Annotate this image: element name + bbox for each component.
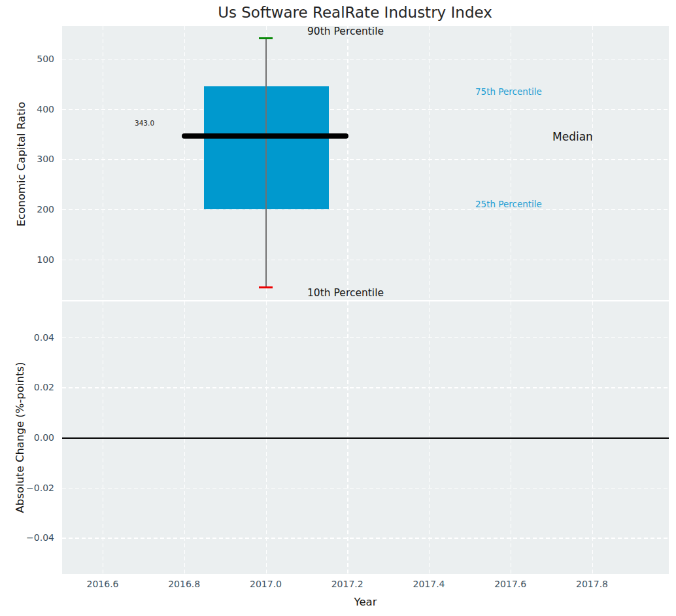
gridline-y-100 [62, 260, 669, 260]
chart-title: Us Software RealRate Industry Index [159, 4, 551, 21]
xtick-2016-8: 2016.8 [158, 578, 211, 590]
gridline-y-400 [62, 109, 669, 110]
gridline-y-200 [62, 209, 669, 210]
xtick-2017-0: 2017.0 [240, 578, 292, 590]
gridline-y-0-02 [62, 387, 669, 388]
annotation-75th-percentile: 75th Percentile [475, 86, 542, 97]
axes-absolute-change [62, 301, 669, 574]
boxplot-whisker-through-box [265, 86, 267, 209]
gridline-y-neg-0-02 [62, 488, 669, 488]
y-axis-label-economic-capital-ratio: Economic Capital Ratio [15, 66, 28, 262]
figure: Us Software RealRate Industry Index [0, 0, 676, 616]
boxplot-90th-percentile-cap [259, 37, 273, 40]
xtick-2017-4: 2017.4 [403, 578, 455, 590]
gridline-y-500 [62, 59, 669, 60]
gridline-y-neg-0-04 [62, 538, 669, 538]
gridline-y-300 [62, 159, 669, 160]
annotation-25th-percentile: 25th Percentile [475, 199, 542, 209]
ytick-500: 500 [15, 53, 54, 65]
xtick-2017-2: 2017.2 [321, 578, 373, 590]
zero-baseline [62, 437, 669, 439]
boxplot-10th-percentile-cap [259, 286, 273, 289]
xtick-2017-8: 2017.8 [566, 578, 618, 590]
x-axis-label-year: Year [333, 596, 398, 608]
boxplot-median-line [182, 133, 348, 139]
annotation-90th-percentile: 90th Percentile [307, 26, 384, 37]
xtick-2017-6: 2017.6 [484, 578, 537, 590]
axes-economic-capital-ratio [62, 26, 669, 300]
annotation-10th-percentile: 10th Percentile [307, 287, 384, 299]
xtick-2016-6: 2016.6 [76, 578, 129, 590]
y-axis-label-absolute-change: Absolute Change (%-points) [14, 339, 27, 536]
gridline-y-0-04 [62, 337, 669, 338]
annotation-median: Median [552, 130, 593, 143]
median-value-label: 343.0 [135, 119, 154, 127]
